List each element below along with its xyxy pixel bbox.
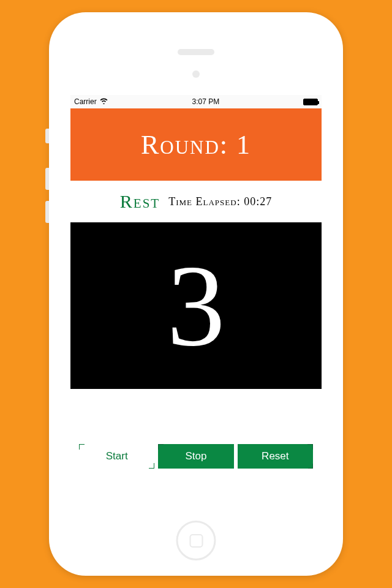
start-button[interactable]: Start [79, 444, 154, 469]
elapsed-label: Time Elapsed: 00:27 [168, 195, 272, 208]
state-label: Rest [120, 191, 160, 212]
round-label: Round: 1 [141, 129, 251, 160]
countdown-value: 3 [167, 247, 225, 364]
app-screen: Carrier 3:07 PM Round: 1 Rest Time Elaps… [70, 95, 322, 505]
stop-button-label: Stop [186, 450, 207, 462]
countdown-panel: 3 [70, 222, 322, 389]
status-battery-group [303, 99, 318, 105]
carrier-label: Carrier [74, 97, 97, 106]
round-banner: Round: 1 [70, 108, 322, 181]
reset-button-label: Reset [262, 450, 288, 462]
phone-side-buttons [45, 129, 49, 234]
info-row: Rest Time Elapsed: 00:27 [70, 181, 322, 222]
phone-camera [192, 70, 200, 78]
phone-frame: Carrier 3:07 PM Round: 1 Rest Time Elaps… [49, 12, 343, 576]
status-time: 3:07 PM [192, 97, 219, 106]
battery-icon [303, 99, 318, 105]
start-button-label: Start [106, 450, 128, 462]
home-button-icon [189, 534, 203, 548]
phone-speaker [178, 49, 214, 55]
home-button[interactable] [176, 521, 216, 560]
reset-button[interactable]: Reset [238, 444, 313, 469]
stop-button[interactable]: Stop [158, 444, 233, 469]
status-carrier-group: Carrier [74, 97, 108, 106]
wifi-icon [99, 97, 108, 106]
status-bar: Carrier 3:07 PM [70, 95, 322, 108]
controls-row: Start Stop Reset [79, 444, 313, 469]
